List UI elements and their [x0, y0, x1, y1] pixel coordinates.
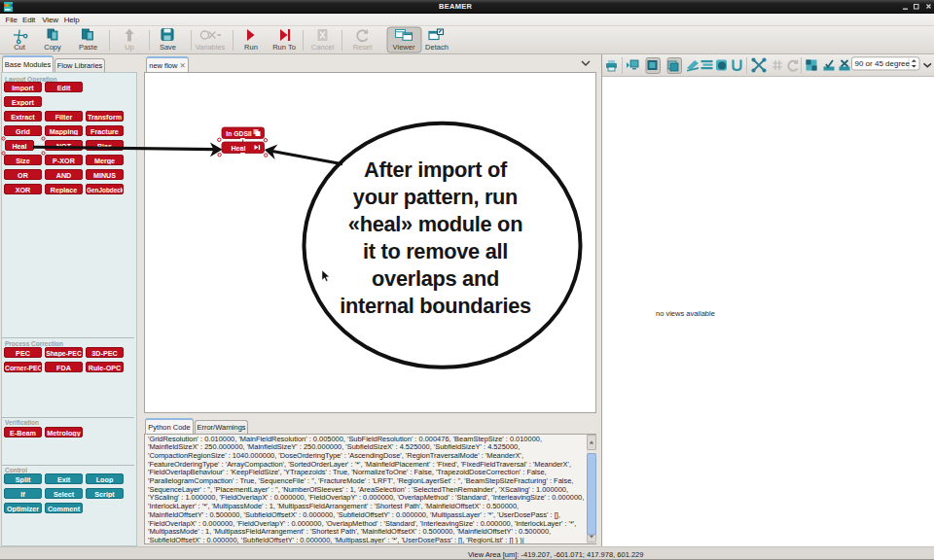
svg-text:overlaps and: overlaps and — [372, 266, 499, 291]
svg-text:it to remove all: it to remove all — [363, 239, 508, 263]
svg-text:After import of: After import of — [364, 158, 508, 182]
svg-text:In GDSII: In GDSII — [226, 130, 252, 137]
svg-text:internal boundaries: internal boundaries — [340, 294, 531, 318]
svg-text:Heal: Heal — [231, 144, 245, 153]
svg-text:your pattern, run: your pattern, run — [353, 185, 518, 209]
svg-text:90 or 45 degree: 90 or 45 degree — [855, 59, 911, 68]
svg-text:«heal» module on: «heal» module on — [348, 212, 522, 236]
